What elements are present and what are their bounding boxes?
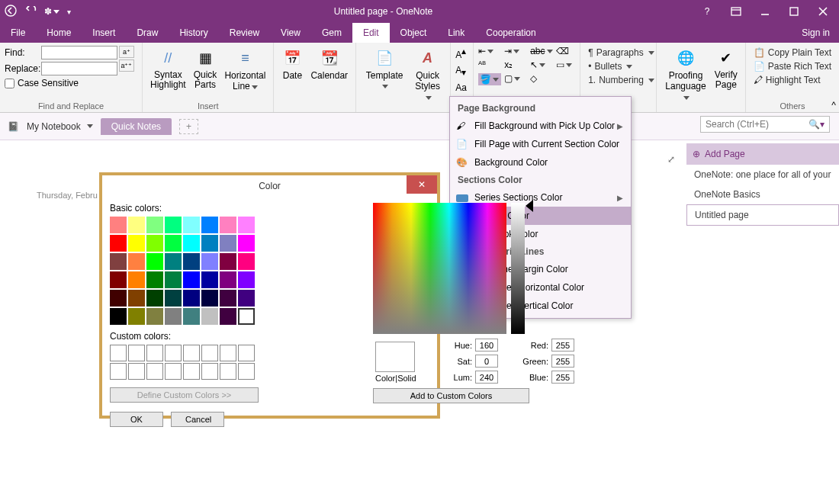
basic-swatch[interactable] (165, 271, 182, 288)
copy-plain-text-button[interactable]: 📋 Copy Plain Text (751, 46, 834, 59)
basic-swatch[interactable] (110, 235, 127, 252)
case-sensitive-checkbox[interactable] (5, 79, 14, 88)
box-icon[interactable]: ▢ (504, 73, 527, 85)
color-field[interactable] (373, 203, 506, 334)
basic-swatch[interactable] (110, 308, 127, 325)
basic-swatch[interactable] (128, 217, 145, 233)
minimize-icon[interactable] (754, 7, 776, 16)
font-size-up-icon[interactable]: A▴ (455, 46, 468, 60)
basic-swatch[interactable] (146, 271, 163, 288)
help-icon[interactable]: ? (696, 6, 718, 17)
bucket-icon[interactable]: 🪣 (478, 73, 501, 85)
maximize-icon[interactable] (783, 7, 805, 16)
basic-swatch[interactable] (238, 290, 255, 307)
basic-swatch[interactable] (128, 308, 145, 325)
quick-parts-button[interactable]: ▦Quick Parts (191, 46, 220, 93)
basic-swatch[interactable] (220, 217, 236, 233)
basic-swatch[interactable] (238, 253, 255, 270)
custom-swatch[interactable] (220, 363, 236, 380)
basic-swatch[interactable] (183, 217, 200, 233)
tab-review[interactable]: Review (219, 23, 270, 43)
basic-swatch[interactable] (128, 290, 145, 307)
custom-swatch[interactable] (220, 345, 236, 361)
basic-swatch[interactable] (201, 308, 218, 325)
basic-swatch[interactable] (165, 217, 182, 233)
basic-swatch[interactable] (183, 308, 200, 325)
custom-swatch[interactable] (165, 345, 182, 361)
custom-swatch[interactable] (110, 363, 127, 380)
define-custom-colors-button[interactable]: Define Custom Colors >> (110, 387, 259, 403)
basic-swatch[interactable] (201, 290, 218, 307)
tab-gem[interactable]: Gem (311, 23, 352, 43)
search-input[interactable]: Search (Ctrl+E)🔍▾ (700, 116, 830, 133)
replace-one-button[interactable]: a⁺ (119, 46, 134, 58)
basic-swatch[interactable] (238, 308, 255, 325)
red-input[interactable] (551, 339, 574, 352)
basic-swatch[interactable] (220, 253, 236, 270)
basic-swatch[interactable] (146, 290, 163, 307)
cursor-icon[interactable]: ↖ (530, 59, 553, 70)
basic-swatch[interactable] (183, 271, 200, 288)
strike-icon[interactable]: abc (530, 46, 553, 56)
basic-swatch[interactable] (146, 217, 163, 233)
basic-swatch[interactable] (146, 253, 163, 270)
syntax-highlight-button[interactable]: //Syntax Highlight (147, 46, 189, 93)
custom-swatch[interactable] (165, 363, 182, 380)
basic-swatch[interactable] (165, 290, 182, 307)
popup-item-fill-pickup[interactable]: 🖌Fill Background with Pick Up Color▶ (450, 117, 631, 135)
basic-swatch[interactable] (220, 271, 236, 288)
verify-page-button[interactable]: ✔Verify Page (712, 46, 741, 104)
back-icon[interactable] (5, 5, 17, 19)
section-tab[interactable]: Quick Notes (101, 118, 172, 135)
popup-item-fill-section[interactable]: 📄Fill Page with Current Section Color (450, 135, 631, 153)
tab-draw[interactable]: Draw (126, 23, 169, 43)
dialog-close-button[interactable]: ✕ (407, 175, 437, 194)
undo-icon[interactable] (24, 6, 37, 18)
custom-swatch[interactable] (110, 345, 127, 361)
basic-swatch[interactable] (110, 271, 127, 288)
popup-item-bg-color[interactable]: 🎨Background Color (450, 153, 631, 172)
tab-cooperation[interactable]: Cooperation (475, 23, 546, 43)
custom-swatch[interactable] (238, 345, 255, 361)
basic-swatch[interactable] (201, 271, 218, 288)
numbering-button[interactable]: 1. Numbering (585, 73, 651, 87)
select-icon[interactable]: ▭ (556, 59, 579, 70)
quick-styles-button[interactable]: AQuick Styles (410, 46, 445, 104)
basic-swatch[interactable] (146, 235, 163, 252)
tab-edit[interactable]: Edit (352, 23, 390, 43)
tab-link[interactable]: Link (437, 23, 475, 43)
replace-input[interactable] (41, 62, 117, 75)
tab-object[interactable]: Object (390, 23, 438, 43)
tab-history[interactable]: History (169, 23, 218, 43)
basic-swatch[interactable] (110, 217, 127, 233)
custom-swatch[interactable] (128, 345, 145, 361)
add-section-button[interactable]: + (179, 119, 198, 134)
tab-file[interactable]: File (0, 23, 36, 43)
replace-all-button[interactable]: a⁺⁺ (119, 59, 134, 72)
font-size-down-icon[interactable]: A▾ (455, 65, 468, 78)
basic-swatch[interactable] (165, 235, 182, 252)
basic-swatch[interactable] (165, 253, 182, 270)
close-icon[interactable] (812, 7, 834, 16)
luminosity-pointer[interactable] (526, 200, 533, 212)
tab-home[interactable]: Home (36, 23, 82, 43)
basic-swatch[interactable] (146, 308, 163, 325)
basic-swatch[interactable] (220, 308, 236, 325)
shape-icon[interactable]: ◇ (530, 73, 553, 85)
subscript-icon[interactable]: x₂ (504, 59, 527, 70)
basic-swatch[interactable] (128, 253, 145, 270)
custom-swatch[interactable] (146, 363, 163, 380)
collapse-ribbon-icon[interactable]: ^ (831, 100, 836, 111)
basic-swatch[interactable] (201, 235, 218, 252)
custom-swatch[interactable] (146, 345, 163, 361)
basic-swatch[interactable] (238, 271, 255, 288)
proofing-language-button[interactable]: 🌐Proofing Language (661, 46, 710, 104)
add-custom-colors-button[interactable]: Add to Custom Colors (373, 388, 529, 403)
notebook-name[interactable]: My Notebook (27, 121, 81, 132)
basic-swatch[interactable] (201, 217, 218, 233)
paragraphs-button[interactable]: ¶ Paragraphs (585, 46, 651, 59)
outdent-icon[interactable]: ⇥ (504, 46, 527, 56)
add-page-button[interactable]: ⊕Add Page (686, 143, 839, 165)
find-input[interactable] (41, 46, 117, 59)
tab-view[interactable]: View (270, 23, 311, 43)
